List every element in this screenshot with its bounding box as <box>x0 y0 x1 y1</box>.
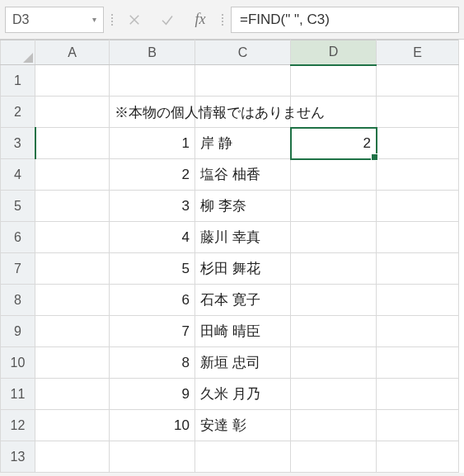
cell[interactable] <box>35 159 110 191</box>
fx-icon: fx <box>195 11 206 28</box>
cell[interactable] <box>35 441 110 473</box>
x-icon <box>127 12 142 27</box>
cell[interactable] <box>35 410 110 441</box>
col-header-B[interactable]: B <box>110 40 195 65</box>
cell[interactable] <box>291 316 377 347</box>
cell[interactable] <box>35 316 110 347</box>
cell[interactable] <box>377 128 459 159</box>
cell[interactable] <box>377 65 459 97</box>
cell[interactable] <box>110 441 195 473</box>
formula-input[interactable]: =FIND(" ", C3) <box>231 7 459 33</box>
cell[interactable]: 安達 彰 <box>195 410 291 441</box>
cell[interactable] <box>35 191 110 222</box>
cell[interactable]: 石本 寛子 <box>195 285 291 316</box>
cell[interactable] <box>291 441 377 473</box>
row-header-8[interactable]: 8 <box>1 285 35 316</box>
row-header-11[interactable]: 11 <box>1 379 35 410</box>
cell[interactable]: 田崎 晴臣 <box>195 316 291 347</box>
row-header-4[interactable]: 4 <box>1 159 35 191</box>
cell[interactable] <box>377 222 459 253</box>
cell[interactable]: 柳 李奈 <box>195 191 291 222</box>
row-header-7[interactable]: 7 <box>1 253 35 285</box>
cell[interactable] <box>377 316 459 347</box>
cell[interactable] <box>377 191 459 222</box>
cell[interactable] <box>377 379 459 410</box>
row-header-3[interactable]: 3 <box>1 128 35 159</box>
cell[interactable] <box>35 65 110 97</box>
cell[interactable]: 新垣 忠司 <box>195 347 291 379</box>
row-header-6[interactable]: 6 <box>1 222 35 253</box>
cell[interactable] <box>291 253 377 285</box>
separator <box>109 7 115 33</box>
cell[interactable] <box>291 379 377 410</box>
cell[interactable] <box>110 65 195 97</box>
cell[interactable] <box>377 97 459 128</box>
cell[interactable] <box>35 347 110 379</box>
cell[interactable]: 久米 月乃 <box>195 379 291 410</box>
cell[interactable]: 8 <box>110 347 195 379</box>
cell[interactable]: 9 <box>110 379 195 410</box>
disclaimer-note: ※本物の個人情報ではありません <box>115 102 325 121</box>
cell[interactable]: 6 <box>110 285 195 316</box>
row-header-5[interactable]: 5 <box>1 191 35 222</box>
row-header-9[interactable]: 9 <box>1 316 35 347</box>
cell[interactable] <box>291 347 377 379</box>
cell[interactable] <box>35 222 110 253</box>
spreadsheet-grid[interactable]: A B C D E 1 2 ※本物の個人情報ではありません 3 1 <box>0 40 464 473</box>
cell[interactable] <box>291 222 377 253</box>
cell[interactable] <box>35 128 110 159</box>
formula-text: =FIND(" ", C3) <box>240 12 330 28</box>
cell[interactable] <box>195 441 291 473</box>
cell[interactable] <box>377 441 459 473</box>
check-icon <box>160 12 175 27</box>
row-header-12[interactable]: 12 <box>1 410 35 441</box>
cell[interactable]: 10 <box>110 410 195 441</box>
col-header-C[interactable]: C <box>195 40 291 65</box>
chevron-down-icon[interactable]: ▾ <box>92 15 96 24</box>
fx-button[interactable]: fx <box>186 7 214 33</box>
cell[interactable] <box>377 253 459 285</box>
cell[interactable]: 3 <box>110 191 195 222</box>
col-header-E[interactable]: E <box>377 40 459 65</box>
cancel-button[interactable] <box>120 7 148 33</box>
cell[interactable]: 2 <box>110 159 195 191</box>
cell[interactable]: 杉田 舞花 <box>195 253 291 285</box>
cell[interactable]: 岸 静 <box>195 128 291 159</box>
cell[interactable] <box>291 285 377 316</box>
cell[interactable] <box>35 253 110 285</box>
cell[interactable]: 塩谷 柚香 <box>195 159 291 191</box>
cell[interactable] <box>35 285 110 316</box>
row-header-1[interactable]: 1 <box>1 65 35 97</box>
cell[interactable] <box>35 97 110 128</box>
name-box-value: D3 <box>12 12 29 27</box>
selected-cell[interactable]: 2 <box>291 128 377 159</box>
row-header-13[interactable]: 13 <box>1 441 35 473</box>
cell[interactable]: 藤川 幸真 <box>195 222 291 253</box>
row-header-2[interactable]: 2 <box>1 97 35 128</box>
cell[interactable] <box>291 65 377 97</box>
select-all-corner[interactable] <box>1 40 35 65</box>
cell[interactable] <box>291 159 377 191</box>
cell[interactable] <box>377 285 459 316</box>
cell[interactable]: ※本物の個人情報ではありません <box>110 97 195 128</box>
cell[interactable] <box>195 65 291 97</box>
formula-bar: D3 ▾ fx =FIND(" ", C3) <box>0 0 464 40</box>
cell[interactable] <box>377 347 459 379</box>
cell[interactable]: 1 <box>110 128 195 159</box>
enter-button[interactable] <box>153 7 181 33</box>
cell[interactable]: 5 <box>110 253 195 285</box>
separator <box>219 7 226 33</box>
cell[interactable]: 7 <box>110 316 195 347</box>
cell[interactable] <box>291 410 377 441</box>
col-header-D[interactable]: D <box>291 40 377 65</box>
cell[interactable]: 4 <box>110 222 195 253</box>
name-box[interactable]: D3 ▾ <box>5 7 104 33</box>
cell[interactable] <box>377 159 459 191</box>
col-header-A[interactable]: A <box>35 40 110 65</box>
row-header-10[interactable]: 10 <box>1 347 35 379</box>
cell[interactable] <box>291 191 377 222</box>
cell[interactable] <box>35 379 110 410</box>
cell[interactable] <box>377 410 459 441</box>
